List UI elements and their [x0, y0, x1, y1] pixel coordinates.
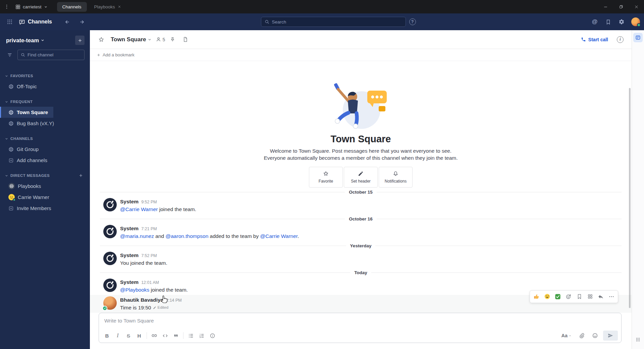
smile-reaction-icon[interactable] [542, 292, 552, 302]
intro-set-header-button[interactable]: Set header [344, 167, 378, 188]
emoji-picker-icon[interactable] [590, 331, 600, 341]
more-actions-icon[interactable] [606, 292, 616, 302]
send-message-button[interactable] [603, 331, 618, 341]
product-switcher-icon[interactable] [4, 16, 15, 28]
channel-intro-title: Town Square [90, 134, 632, 145]
team-menu-button[interactable]: private-team [6, 37, 45, 44]
message-help-icon[interactable] [207, 331, 218, 341]
mention-link[interactable]: @maria.nunez [120, 233, 154, 239]
add-bookmark-button[interactable]: Add a bookmark [97, 52, 135, 57]
find-channel-input[interactable] [28, 52, 81, 57]
recent-mentions-icon[interactable]: @ [589, 16, 600, 28]
mention-link[interactable]: @aaron.thompson [166, 233, 209, 239]
sidebar-item-town-square[interactable]: Town Square [0, 107, 53, 118]
thumbs-up-reaction-icon[interactable] [531, 292, 541, 302]
system-message[interactable]: System7:21 PM @maria.nunez and @aaron.th… [90, 223, 632, 241]
sidebar-item-invite-members[interactable]: Invite Members [0, 203, 57, 214]
numbered-list-button[interactable] [196, 331, 207, 341]
add-channels-plus-button[interactable] [75, 36, 85, 45]
bulleted-list-button[interactable] [185, 331, 196, 341]
system-message[interactable]: System9:52 PM @Carrie Warner joined the … [90, 197, 632, 214]
channel-intro-description: Welcome to Town Square. Post messages he… [259, 147, 463, 161]
chevron-up-icon [569, 334, 572, 337]
user-message-avatar[interactable] [103, 296, 117, 310]
mention-link[interactable]: @Playbooks [120, 287, 149, 293]
user-message[interactable]: Bhautik Bavadiya2:14 PM Time is 19:50Edi… [90, 295, 632, 313]
section-channels[interactable]: CHANNELS [0, 134, 90, 144]
message-text: You joined the team. [120, 259, 167, 266]
reply-icon[interactable] [596, 292, 606, 302]
playbooks-bot-avatar [8, 183, 15, 189]
code-button[interactable] [160, 331, 170, 341]
quote-button[interactable] [170, 331, 181, 341]
window-minimize-button[interactable] [598, 0, 613, 13]
global-header: Channels ? @ [0, 13, 644, 30]
plus-box-icon [8, 206, 14, 211]
server-selector[interactable]: carrietest [13, 0, 52, 13]
history-back-icon[interactable] [61, 16, 73, 28]
menu-dots-icon[interactable] [0, 0, 13, 13]
find-channel-box[interactable] [17, 50, 85, 60]
search-input[interactable] [272, 19, 402, 24]
strikethrough-button[interactable]: S [123, 331, 134, 341]
section-frequent[interactable]: FREQUENT [0, 97, 90, 107]
italic-button[interactable]: I [112, 331, 123, 341]
globe-icon [8, 147, 14, 152]
history-forward-icon[interactable] [76, 16, 88, 28]
sidebar-item-bug-bash[interactable]: Bug Bash (vX.Y) [0, 118, 59, 129]
mention-link[interactable]: @Carrie Warner [260, 233, 298, 239]
window-close-button[interactable] [629, 0, 644, 13]
saved-messages-icon[interactable] [602, 16, 614, 28]
system-message[interactable]: System7:52 PM You joined the team. [90, 250, 632, 268]
intro-notifications-button[interactable]: Notifications [379, 167, 413, 188]
check-reaction-icon[interactable] [553, 292, 563, 302]
start-call-button[interactable]: Start call [578, 35, 611, 44]
window-maximize-button[interactable] [613, 0, 629, 13]
channel-files-icon[interactable] [180, 34, 191, 45]
sidebar-item-add-channels[interactable]: Add channels [0, 155, 53, 166]
pencil-icon [153, 306, 156, 309]
write-direct-message-icon[interactable] [76, 171, 85, 180]
apps-grid-rail-icon[interactable] [633, 335, 643, 344]
message-list[interactable]: Town Square Welcome to Town Square. Post… [90, 61, 632, 313]
sidebar-item-playbooks-bot[interactable]: Playbooks [0, 181, 46, 192]
product-tabs: Channels Playbooks [57, 0, 126, 13]
attach-file-icon[interactable] [576, 331, 587, 341]
window-titlebar: carrietest Channels Playbooks [0, 0, 644, 13]
tab-playbooks[interactable]: Playbooks [89, 2, 126, 12]
section-favorites[interactable]: FAVORITES [0, 71, 90, 81]
intro-favorite-button[interactable]: Favorite [309, 167, 343, 188]
message-composer: B I S H [99, 313, 622, 343]
channel-filter-icon[interactable] [5, 50, 15, 60]
channel-intro: Town Square Welcome to Town Square. Post… [90, 79, 632, 188]
sidebar-item-off-topic[interactable]: Off-Topic [0, 81, 42, 92]
add-reaction-icon[interactable] [564, 292, 574, 302]
chevron-down-icon [5, 74, 8, 78]
user-avatar[interactable] [631, 17, 640, 26]
channel-bookmarks-rail-icon[interactable] [633, 33, 643, 42]
settings-gear-icon[interactable] [616, 16, 627, 28]
edited-indicator: Edited [153, 304, 168, 311]
channel-info-icon[interactable]: i [615, 34, 626, 45]
message-input[interactable] [99, 313, 621, 329]
bold-button[interactable]: B [102, 331, 112, 341]
pinned-posts-icon[interactable] [167, 34, 178, 45]
show-formatting-toggle[interactable]: Aa [559, 331, 574, 341]
channel-members-button[interactable]: 5 [156, 37, 165, 42]
message-actions-grid-icon[interactable] [585, 292, 595, 302]
link-button[interactable] [149, 331, 160, 341]
mention-link[interactable]: @Carrie Warner [120, 206, 158, 212]
sidebar-item-git-group[interactable]: Git Group [0, 144, 44, 155]
channel-name-menu[interactable]: Town Square [111, 36, 152, 43]
help-icon[interactable]: ? [409, 18, 416, 25]
date-divider: October 15 [100, 190, 622, 195]
sidebar-item-carrie-warner[interactable]: Carrie Warner [0, 192, 55, 203]
tab-channels[interactable]: Channels [57, 2, 87, 12]
search-box[interactable] [261, 17, 406, 27]
section-direct-messages[interactable]: DIRECT MESSAGES [0, 170, 90, 181]
favorite-star-icon[interactable] [96, 34, 107, 45]
close-tab-icon[interactable] [118, 5, 121, 8]
message-text: @Carrie Warner joined the team. [120, 206, 196, 213]
save-message-icon[interactable] [574, 292, 584, 302]
heading-button[interactable]: H [134, 331, 145, 341]
